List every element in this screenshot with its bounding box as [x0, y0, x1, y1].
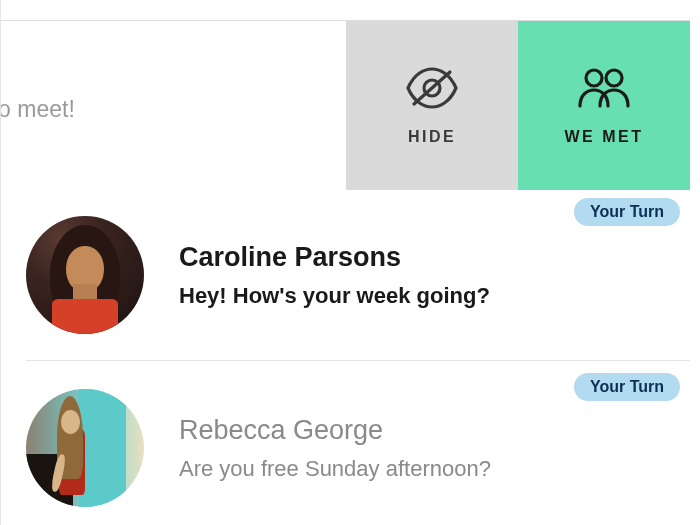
conversation-text: Caroline Parsons Hey! How's your week go… — [179, 242, 680, 309]
conversation-message: Hey! How's your week going? — [179, 283, 680, 309]
your-turn-badge: Your Turn — [574, 373, 680, 401]
conversation-name: Caroline Parsons — [179, 242, 680, 273]
conversation-list: Your Turn Caroline Parsons Hey! How's yo… — [26, 190, 690, 507]
action-row-spacer — [0, 21, 346, 190]
conversation-row[interactable]: Your Turn Caroline Parsons Hey! How's yo… — [26, 190, 690, 361]
svg-point-2 — [586, 70, 602, 86]
action-row: HIDE WE MET — [0, 20, 690, 190]
svg-line-1 — [414, 72, 450, 104]
we-met-button[interactable]: WE MET — [518, 21, 690, 190]
hide-button[interactable]: HIDE — [346, 21, 518, 190]
eye-off-icon — [404, 66, 460, 110]
conversation-row[interactable]: Your Turn Rebecca George Are you free Su… — [26, 361, 690, 507]
conversation-message: Are you free Sunday afternoon? — [179, 456, 680, 482]
hide-label: HIDE — [408, 128, 456, 146]
conversation-text: Rebecca George Are you free Sunday after… — [179, 415, 680, 482]
your-turn-badge: Your Turn — [574, 198, 680, 226]
avatar — [26, 389, 144, 507]
people-icon — [576, 66, 632, 110]
svg-point-3 — [606, 70, 622, 86]
we-met-label: WE MET — [565, 128, 644, 146]
conversation-name: Rebecca George — [179, 415, 680, 446]
avatar — [26, 216, 144, 334]
